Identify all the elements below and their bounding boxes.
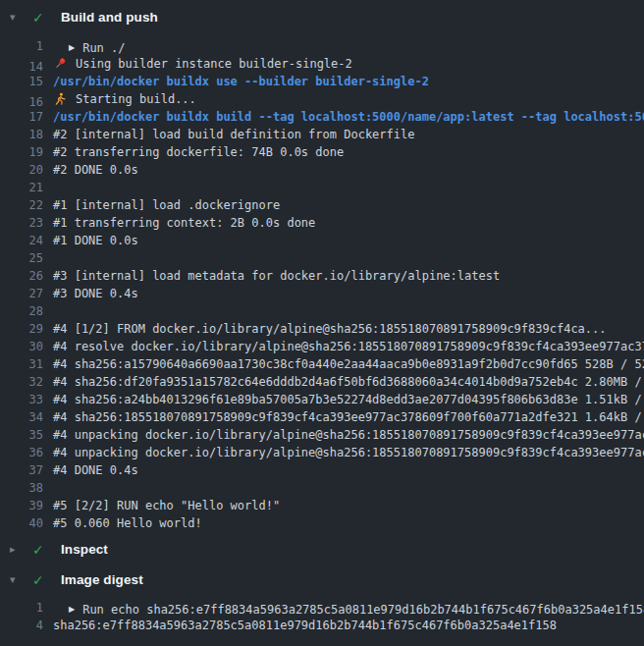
log-text: #1 transferring context: 2B 0.0s done	[53, 214, 315, 232]
line-number[interactable]: 23	[0, 214, 43, 232]
line-number[interactable]: 26	[0, 267, 43, 285]
line-number[interactable]: 21	[0, 179, 43, 196]
line-number[interactable]: 16	[0, 93, 43, 108]
log-text-content: #1 DONE 0.0s	[53, 232, 138, 249]
log-line: 17/usr/bin/docker buildx build --tag loc…	[0, 108, 644, 126]
log-text: #2 DONE 0.0s	[53, 161, 138, 179]
log-text: Using builder instance builder-single-2	[53, 55, 352, 73]
success-check-icon: ✓	[32, 11, 48, 25]
log-text-content: /usr/bin/docker buildx use --builder bui…	[53, 73, 429, 90]
log-text-content: #5 [2/2] RUN echo "Hello world!"	[53, 497, 280, 514]
log-text: #4 unpacking docker.io/library/alpine@sh…	[53, 444, 644, 461]
log-text: ▶Run echo sha256:e7ff8834a5963a2785c5a08…	[53, 601, 644, 617]
section-title: Build and push	[61, 10, 158, 25]
run-toggle-icon[interactable]: ▶	[69, 39, 75, 55]
line-number[interactable]: 4	[0, 617, 43, 634]
line-number[interactable]: 15	[0, 73, 43, 90]
log-text: ▶Run ./	[53, 39, 126, 55]
log-text-content: Starting build...	[76, 90, 196, 108]
log-text: /usr/bin/docker buildx use --builder bui…	[53, 73, 429, 90]
chevron-right-icon[interactable]: ▸	[10, 544, 24, 555]
log-text: #4 sha256:185518070891758909c9f839cf4ca3…	[53, 408, 644, 426]
log-line: 26#3 [internal] load metadata for docker…	[0, 267, 644, 285]
log-text-content: #2 DONE 0.0s	[53, 161, 138, 179]
log-text-content: #5 0.060 Hello world!	[53, 514, 202, 532]
line-number[interactable]: 17	[0, 108, 43, 126]
line-number[interactable]: 22	[0, 196, 43, 214]
line-number[interactable]: 18	[0, 126, 43, 143]
log-line: 28	[0, 302, 644, 320]
log-line: 40#5 0.060 Hello world!	[0, 514, 644, 532]
log-line: 1▶Run ./	[0, 37, 644, 55]
log-text: #4 [1/2] FROM docker.io/library/alpine@s…	[53, 320, 607, 338]
line-number[interactable]: 27	[0, 285, 43, 302]
line-number[interactable]: 24	[0, 232, 43, 249]
log-text-content: #4 sha256:a15790640a6690aa1730c38cf0a440…	[53, 355, 644, 373]
line-number[interactable]: 34	[0, 408, 43, 426]
log-text-content: #4 [1/2] FROM docker.io/library/alpine@s…	[53, 320, 607, 338]
run-toggle-icon[interactable]: ▶	[69, 601, 75, 617]
log-text-content: #1 [internal] load .dockerignore	[53, 196, 280, 214]
log-text-content: #4 sha256:df20fa9351a15782c64e6dddb2d4a6…	[53, 373, 644, 391]
log-text: #2 transferring dockerfile: 74B 0.0s don…	[53, 143, 344, 161]
line-number[interactable]: 14	[0, 58, 43, 73]
section-header-image-digest[interactable]: ▾✓Image digest	[0, 566, 644, 593]
line-number[interactable]: 35	[0, 426, 43, 444]
log-text-content: #4 DONE 0.4s	[53, 461, 138, 479]
log-line: 19#2 transferring dockerfile: 74B 0.0s d…	[0, 143, 644, 161]
line-number[interactable]: 29	[0, 320, 43, 338]
line-number[interactable]: 1	[0, 37, 43, 55]
log-line: 33#4 sha256:a24bb4013296f61e89ba57005a7b…	[0, 391, 644, 408]
pushpin-icon	[53, 57, 67, 71]
log-text-content: Using builder instance builder-single-2	[76, 55, 352, 73]
log-text-content: #4 unpacking docker.io/library/alpine@sh…	[53, 444, 644, 461]
log-text: #1 DONE 0.0s	[53, 232, 138, 249]
log-text-content: Run ./	[82, 39, 125, 55]
line-number[interactable]: 39	[0, 497, 43, 514]
log-line: 22#1 [internal] load .dockerignore	[0, 196, 644, 214]
log-line: 27#3 DONE 0.4s	[0, 285, 644, 302]
workflow-log-viewer: ▾✓Build and push1▶Run ./14Using builder …	[0, 4, 644, 642]
section-title: Image digest	[61, 572, 143, 587]
log-line: 16Starting build...	[0, 90, 644, 108]
runner-icon	[53, 92, 67, 106]
log-line: 34#4 sha256:185518070891758909c9f839cf4c…	[0, 408, 644, 426]
log-text-content: Run echo sha256:e7ff8834a5963a2785c5a081…	[82, 601, 644, 617]
line-number[interactable]: 28	[0, 302, 43, 320]
line-number[interactable]: 33	[0, 391, 43, 408]
line-number[interactable]: 25	[0, 249, 43, 267]
chevron-down-icon[interactable]: ▾	[10, 574, 24, 585]
section-title: Inspect	[61, 542, 108, 557]
section-header-inspect[interactable]: ▸✓Inspect	[0, 536, 644, 563]
log-text-content: #4 unpacking docker.io/library/alpine@sh…	[53, 426, 644, 444]
line-number[interactable]: 19	[0, 143, 43, 161]
log-line: 32#4 sha256:df20fa9351a15782c64e6dddb2d4…	[0, 373, 644, 391]
log-text-content: #3 DONE 0.4s	[53, 285, 138, 302]
log-text: #4 sha256:a24bb4013296f61e89ba57005a7b3e…	[53, 391, 644, 408]
line-number[interactable]: 37	[0, 461, 43, 479]
line-number[interactable]: 40	[0, 514, 43, 532]
log-line: 24#1 DONE 0.0s	[0, 232, 644, 249]
line-number[interactable]: 20	[0, 161, 43, 179]
log-text-content: #1 transferring context: 2B 0.0s done	[53, 214, 315, 232]
line-number[interactable]: 36	[0, 444, 43, 461]
line-number[interactable]: 1	[0, 599, 43, 617]
log-line: 31#4 sha256:a15790640a6690aa1730c38cf0a4…	[0, 355, 644, 373]
line-number[interactable]: 30	[0, 338, 43, 355]
log-line: 35#4 unpacking docker.io/library/alpine@…	[0, 426, 644, 444]
line-number[interactable]: 38	[0, 479, 43, 497]
section-header-build-and-push[interactable]: ▾✓Build and push	[0, 4, 644, 30]
chevron-down-icon[interactable]: ▾	[10, 12, 24, 23]
log-text: #3 DONE 0.4s	[53, 285, 138, 302]
log-text: #5 0.060 Hello world!	[53, 514, 202, 532]
log-line: 30#4 resolve docker.io/library/alpine@sh…	[0, 338, 644, 355]
log-text-content: sha256:e7ff8834a5963a2785c5a0811e979d16b…	[53, 617, 557, 634]
success-check-icon: ✓	[32, 543, 48, 557]
log-section: ▾✓Image digest1▶Run echo sha256:e7ff8834…	[0, 566, 644, 642]
line-number[interactable]: 32	[0, 373, 43, 391]
line-number[interactable]: 31	[0, 355, 43, 373]
log-line: 15/usr/bin/docker buildx use --builder b…	[0, 73, 644, 90]
log-line: 36#4 unpacking docker.io/library/alpine@…	[0, 444, 644, 461]
log-text: #2 [internal] load build definition from…	[53, 126, 414, 143]
log-line: 21	[0, 179, 644, 196]
